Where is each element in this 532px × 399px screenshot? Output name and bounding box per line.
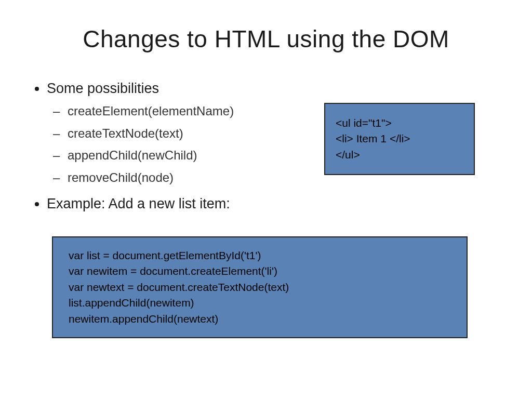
code-line: newitem.appendChild(newtext) [69,311,451,327]
js-code-box: var list = document.getElementById('t1')… [52,236,468,338]
bullet-heading-text: Some possibilities [47,81,159,96]
bullet-heading-example: Example: Add a new list item: [47,194,501,213]
code-line: <ul id="t1"> [336,115,463,131]
code-line: var list = document.getElementById('t1') [69,248,451,263]
code-line: var newtext = document.createTextNode(te… [69,280,451,295]
code-line: var newitem = document.createElement('li… [69,263,451,279]
slide-title: Changes to HTML using the DOM [31,25,501,53]
html-snippet-box: <ul id="t1"> <li> Item 1 </li> </ul> [324,103,475,175]
code-line: </ul> [336,147,463,163]
code-line: <li> Item 1 </li> [336,131,463,147]
code-line: list.appendChild(newitem) [69,295,451,311]
slide: Changes to HTML using the DOM Some possi… [0,0,532,399]
